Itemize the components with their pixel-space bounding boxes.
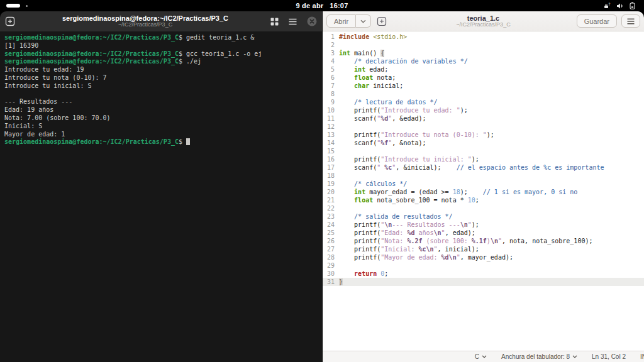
code-text: printf("Edad: %d años\n", edad);: [339, 229, 475, 237]
code-line[interactable]: 11 scanf("%d", &edad);: [323, 114, 644, 123]
terminal-menu-icon[interactable]: [289, 18, 297, 25]
code-line[interactable]: 22: [323, 204, 644, 212]
code-line[interactable]: 26 printf("Nota: %.2f (sobre 100: %.1f)\…: [323, 237, 644, 245]
open-button[interactable]: Abrir: [326, 14, 356, 28]
cursor-position[interactable]: Ln 31, Col 2: [592, 353, 626, 360]
tab-width-label: Anchura del tabulador: 8: [501, 353, 570, 360]
code-line[interactable]: 1#include <stdio.h>: [323, 33, 644, 41]
line-number: 22: [323, 204, 339, 212]
new-tab-button[interactable]: [5, 16, 15, 26]
code-line[interactable]: 3int main() {: [323, 49, 644, 57]
code-line[interactable]: 9 /* lectura de datos */: [323, 98, 644, 106]
line-number: 5: [323, 65, 339, 74]
date-label: 9 de abr: [296, 2, 324, 9]
code-line[interactable]: 15: [323, 147, 644, 155]
gedit-statusbar: C Anchura del tabulador: 8 Ln 31, Col 2 …: [323, 351, 644, 362]
code-text: /* declaración de variables */: [339, 57, 468, 65]
line-number: 10: [323, 106, 339, 114]
terminal-line: sergiomedinaospina@fedora:~/IC2/Practica…: [4, 58, 322, 66]
open-split-button[interactable]: Abrir: [326, 14, 371, 28]
code-line[interactable]: 14 scanf("%f", &nota);: [323, 139, 644, 147]
gedit-menu-button[interactable]: [621, 14, 640, 28]
terminal-window: sergiomedinaospina@fedora:~/IC2/Practica…: [0, 11, 322, 362]
code-line[interactable]: 10 printf("Introduce tu edad: ");: [323, 106, 644, 114]
line-number: 1: [323, 33, 339, 41]
code-line[interactable]: 5 int edad;: [323, 65, 644, 74]
code-text: }: [339, 278, 343, 286]
line-number: 20: [323, 188, 339, 196]
terminal-headerbar[interactable]: sergiomedinaospina@fedora:~/IC2/Practica…: [0, 11, 322, 31]
code-line[interactable]: 23 /* salida de resultados */: [323, 212, 644, 221]
open-dropdown-button[interactable]: [356, 14, 371, 28]
terminal-line: sergiomedinaospina@fedora:~/IC2/Practica…: [4, 138, 322, 146]
code-line[interactable]: 16 printf("Introduce tu inicial: ");: [323, 155, 644, 163]
gedit-headerbar[interactable]: Abrir teoria_1.c ~/IC2/Practicas/P3_C Gu…: [323, 11, 644, 31]
code-line[interactable]: 20 int mayor_edad = (edad >= 18); // 1 s…: [323, 188, 644, 196]
line-number: 6: [323, 74, 339, 82]
code-text: scanf("%f", &nota);: [339, 139, 426, 147]
terminal-line: [1] 16390: [4, 42, 322, 50]
tab-overview-icon[interactable]: [270, 18, 279, 26]
code-line[interactable]: 17 scanf(" %c", &inicial); // el espacio…: [323, 163, 644, 172]
code-text: printf("Introduce tu inicial: ");: [339, 155, 479, 163]
cursor-position-label: Ln 31, Col 2: [592, 353, 626, 360]
code-line[interactable]: 4 /* declaración de variables */: [323, 57, 644, 65]
line-number: 18: [323, 172, 339, 180]
line-number: 25: [323, 229, 339, 237]
line-number: 13: [323, 131, 339, 139]
code-line[interactable]: 31}: [323, 278, 644, 286]
code-text: scanf(" %c", &inicial); // el espacio an…: [339, 163, 604, 172]
code-line[interactable]: 18: [323, 172, 644, 180]
language-selector[interactable]: C: [475, 353, 487, 360]
terminal-line: Nota: 7.00 (sobre 100: 70.0): [4, 114, 322, 123]
code-line[interactable]: 29: [323, 261, 644, 270]
line-number: 30: [323, 270, 339, 278]
terminal-line: sergiomedinaospina@fedora:~/IC2/Practica…: [4, 50, 322, 58]
code-line[interactable]: 25 printf("Edad: %d años\n", edad);: [323, 229, 644, 237]
terminal-close-button[interactable]: [307, 16, 317, 26]
line-number: 9: [323, 98, 339, 106]
code-text: scanf("%d", &edad);: [339, 114, 426, 123]
line-number: 26: [323, 237, 339, 245]
code-editor[interactable]: 1#include <stdio.h>23int main() {4 /* de…: [323, 31, 644, 351]
code-text: printf("Inicial: %c\n", inicial);: [339, 245, 479, 253]
terminal-line: Introduce tu edad: 19: [4, 66, 322, 74]
code-text: char inicial;: [339, 82, 403, 90]
line-number: 27: [323, 245, 339, 253]
terminal-output[interactable]: sergiomedinaospina@fedora:~/IC2/Practica…: [0, 31, 322, 362]
terminal-line: Introduce tu nota (0-10): 7: [4, 74, 322, 82]
code-line[interactable]: 30 return 0;: [323, 270, 644, 278]
document-title: teoria_1.c: [411, 14, 556, 22]
line-number: 17: [323, 163, 339, 172]
line-number: 28: [323, 253, 339, 261]
code-line[interactable]: 27 printf("Inicial: %c\n", inicial);: [323, 245, 644, 253]
code-line[interactable]: 28 printf("Mayor de edad: %d\n", mayor_e…: [323, 253, 644, 261]
code-line[interactable]: 24 printf("\n--- Resultados ---\n");: [323, 221, 644, 229]
chevron-down-icon: [572, 355, 577, 358]
new-document-button[interactable]: [377, 16, 387, 26]
code-line[interactable]: 13 printf("Introduce tu nota (0-10): ");: [323, 131, 644, 139]
code-text: printf("Nota: %.2f (sobre 100: %.1f)\n",…: [339, 237, 592, 245]
line-number: 31: [323, 278, 339, 286]
code-line[interactable]: 6 float nota;: [323, 74, 644, 82]
insert-mode-indicator[interactable]: INS: [640, 353, 644, 360]
clock[interactable]: 9 de abr16:07: [0, 2, 644, 9]
gedit-title-group: teoria_1.c ~/IC2/Practicas/P3_C: [411, 14, 556, 28]
code-line[interactable]: 7 char inicial;: [323, 82, 644, 90]
code-line[interactable]: 12: [323, 123, 644, 131]
code-line[interactable]: 2: [323, 41, 644, 49]
line-number: 11: [323, 114, 339, 123]
code-line[interactable]: 19 /* cálculos */: [323, 180, 644, 188]
save-button[interactable]: Guardar: [577, 14, 617, 28]
line-number: 24: [323, 221, 339, 229]
code-line[interactable]: 21 float nota_sobre_100 = nota * 10;: [323, 196, 644, 204]
code-text: float nota;: [339, 74, 396, 82]
line-number: 15: [323, 147, 339, 155]
terminal-title-group: sergiomedinaospina@fedora:~/IC2/Practica…: [38, 14, 253, 28]
line-number: 7: [323, 82, 339, 90]
line-number: 14: [323, 139, 339, 147]
line-number: 2: [323, 41, 339, 49]
code-line[interactable]: 8: [323, 90, 644, 98]
tab-width-selector[interactable]: Anchura del tabulador: 8: [501, 353, 577, 360]
language-label: C: [475, 353, 479, 360]
